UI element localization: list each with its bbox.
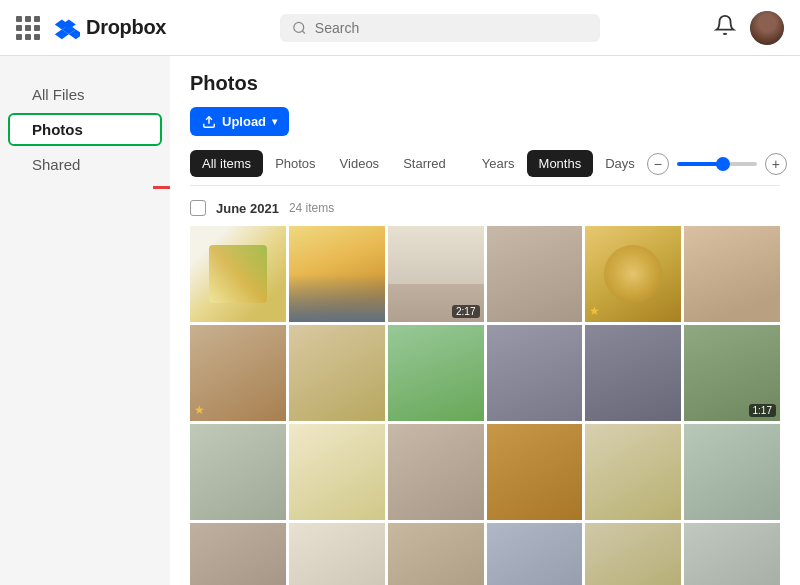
dropbox-icon — [52, 14, 80, 42]
duration-badge: 2:17 — [452, 305, 479, 318]
photo-cell[interactable] — [487, 523, 583, 585]
svg-line-1 — [302, 30, 305, 33]
photo-cell[interactable] — [684, 424, 780, 520]
photo-cell[interactable] — [289, 325, 385, 421]
zoom-controls: − + — [647, 153, 787, 175]
section-label: June 2021 — [216, 201, 279, 216]
photo-cell[interactable] — [190, 226, 286, 322]
photo-cell[interactable] — [190, 424, 286, 520]
svg-point-0 — [294, 22, 304, 32]
section-checkbox[interactable] — [190, 200, 206, 216]
content-area: Photos Upload ▾ All items Photos Videos … — [170, 56, 800, 585]
filter-group-main: All items Photos Videos Starred — [190, 150, 458, 177]
photo-cell[interactable] — [190, 523, 286, 585]
notification-icon[interactable] — [714, 14, 736, 41]
photo-cell[interactable] — [487, 226, 583, 322]
photo-cell[interactable] — [289, 226, 385, 322]
upload-chevron-icon: ▾ — [272, 116, 277, 127]
photo-cell[interactable] — [388, 523, 484, 585]
photo-grid: 2:17 ★ ★ — [190, 226, 780, 585]
photo-cell[interactable] — [684, 226, 780, 322]
zoom-out-button[interactable]: − — [647, 153, 669, 175]
navbar-right — [714, 11, 784, 45]
photo-cell[interactable] — [487, 325, 583, 421]
photo-cell[interactable] — [388, 325, 484, 421]
avatar[interactable] — [750, 11, 784, 45]
tab-videos[interactable]: Videos — [328, 150, 392, 177]
sidebar-item-photos[interactable]: Photos — [8, 113, 162, 146]
sidebar: All Files Photos Shared — [0, 56, 170, 585]
zoom-in-button[interactable]: + — [765, 153, 787, 175]
photo-cell[interactable]: ★ — [585, 226, 681, 322]
photo-cell[interactable] — [585, 424, 681, 520]
main-layout: All Files Photos Shared Photos Upload ▾ … — [0, 56, 800, 585]
photo-cell[interactable]: 1:17 — [684, 325, 780, 421]
navbar-left: Dropbox — [16, 14, 166, 42]
upload-icon — [202, 115, 216, 129]
grid-menu-icon[interactable] — [16, 16, 40, 40]
star-icon: ★ — [194, 403, 205, 417]
page-title: Photos — [190, 72, 780, 95]
photo-cell[interactable] — [289, 424, 385, 520]
photo-cell[interactable] — [289, 523, 385, 585]
search-icon — [292, 20, 307, 36]
duration-badge: 1:17 — [749, 404, 776, 417]
section-header: June 2021 24 items — [190, 200, 780, 216]
filter-group-time: Years Months Days — [470, 150, 647, 177]
upload-label: Upload — [222, 114, 266, 129]
tab-all-items[interactable]: All items — [190, 150, 263, 177]
navbar: Dropbox — [0, 0, 800, 56]
search-input[interactable] — [315, 20, 588, 36]
sidebar-item-shared[interactable]: Shared — [8, 148, 162, 181]
zoom-slider[interactable] — [677, 162, 757, 166]
section-count: 24 items — [289, 201, 334, 215]
tab-months[interactable]: Months — [527, 150, 594, 177]
photo-cell[interactable] — [585, 523, 681, 585]
navbar-center — [280, 14, 600, 42]
tab-starred[interactable]: Starred — [391, 150, 458, 177]
photo-cell[interactable] — [585, 325, 681, 421]
search-bar — [280, 14, 600, 42]
upload-button[interactable]: Upload ▾ — [190, 107, 289, 136]
photo-cell[interactable]: ★ — [190, 325, 286, 421]
tab-photos[interactable]: Photos — [263, 150, 327, 177]
avatar-image — [750, 11, 784, 45]
photo-cell[interactable] — [684, 523, 780, 585]
star-icon: ★ — [589, 304, 600, 318]
dropbox-logo[interactable]: Dropbox — [52, 14, 166, 42]
tab-days[interactable]: Days — [593, 150, 647, 177]
photo-cell[interactable]: 2:17 — [388, 226, 484, 322]
tab-years[interactable]: Years — [470, 150, 527, 177]
sidebar-item-all-files[interactable]: All Files — [8, 78, 162, 111]
photo-cell[interactable] — [487, 424, 583, 520]
logo-text: Dropbox — [86, 16, 166, 39]
photo-cell[interactable] — [388, 424, 484, 520]
filter-bar: All items Photos Videos Starred Years Mo… — [190, 150, 780, 186]
